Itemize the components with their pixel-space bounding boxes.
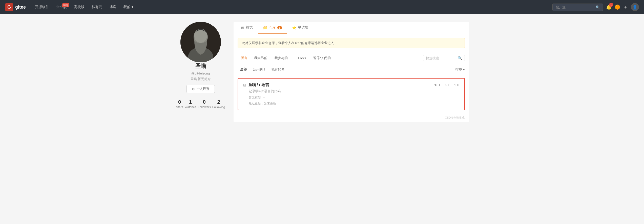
sort-button[interactable]: 排序 ▾ — [455, 67, 465, 72]
search-input[interactable] — [556, 5, 594, 9]
user-avatar-btn[interactable]: 👤 — [631, 3, 639, 11]
repo-star-count: ☆ 0 — [444, 83, 450, 87]
settings-button[interactable]: ⚙ 个人设置 — [186, 85, 215, 93]
eye-icon: 👁 — [434, 83, 438, 87]
repo-list: ⊟ 圣喵 / C语言 👁 1 ☆ 0 ⑂ 0 — [234, 78, 469, 110]
filter-search-icon: 🔍 — [458, 56, 462, 60]
filter-forks[interactable]: Forks — [295, 55, 309, 62]
logo[interactable]: G gitee — [5, 3, 26, 11]
type-row: 全部 公开的 1 私有的 0 排序 ▾ — [234, 64, 469, 75]
filter-mine[interactable]: 我自己的 — [251, 54, 271, 62]
navbar: G gitee 开源软件 企业版 特惠 高校版 私有云 博客 我的 ▾ 🔍 🔔 … — [0, 0, 644, 14]
search-box[interactable]: 🔍 — [552, 4, 603, 11]
notification-btn[interactable]: 🔔 1 — [606, 4, 612, 10]
overview-icon: ⊞ — [241, 26, 244, 30]
stat-followers[interactable]: 0 Followers — [198, 99, 211, 109]
avatar-image — [180, 22, 221, 62]
notif-badge: 1 — [609, 3, 613, 7]
star-icon: ⭐ — [292, 26, 296, 30]
repo-stats: 👁 1 ☆ 0 ⑂ 0 — [434, 83, 459, 87]
stat-watches[interactable]: 1 Watches — [184, 99, 196, 109]
main-content: 圣喵 @bit-feizong 圣喵 暂无简介 ⚙ 个人设置 0 Stars 1… — [170, 14, 474, 130]
repos-badge: 1 — [277, 26, 282, 29]
user-handle: @bit-feizong — [191, 71, 210, 75]
fork-icon: ⑂ — [454, 83, 456, 87]
filter-row: 所有 我自己的 我参与的 Forks 暂停/关闭的 🔍 — [234, 52, 469, 64]
nav-open-source[interactable]: 开源软件 — [32, 3, 52, 11]
sidebar: 圣喵 @bit-feizong 圣喵 暂无简介 ⚙ 个人设置 0 Stars 1… — [175, 22, 226, 122]
repo-watch-count: 👁 1 — [434, 83, 440, 87]
enterprise-badge: 特惠 — [62, 3, 69, 7]
user-name: 圣喵 — [195, 62, 206, 70]
stat-following[interactable]: 2 Following — [212, 99, 225, 109]
filter-divider — [293, 56, 293, 60]
profile-avatar — [180, 22, 221, 62]
main-nav: 开源软件 企业版 特惠 高校版 私有云 博客 我的 ▾ — [32, 3, 546, 11]
add-tag-btn[interactable]: ＋ — [262, 96, 265, 100]
table-row: ⊟ 圣喵 / C语言 👁 1 ☆ 0 ⑂ 0 — [238, 78, 465, 110]
tabs-header: ⊞ 概览 📁 仓库 1 ⭐ 星选集 — [234, 22, 469, 34]
content-area: ⊞ 概览 📁 仓库 1 ⭐ 星选集 此处仅展示非企业仓库，查看个人在企业的仓库请… — [234, 22, 469, 122]
repo-folder-icon: ⊟ — [243, 83, 246, 87]
gear-icon: ⚙ — [192, 87, 195, 91]
filter-participated[interactable]: 我参与的 — [272, 54, 291, 62]
footer-watermark: CSDN 全选集成 — [234, 113, 469, 122]
type-all[interactable]: 全部 — [238, 66, 249, 73]
notice-bar: 此处仅展示非企业仓库，查看个人在企业的仓库请选择企业进入 — [238, 38, 465, 48]
repos-icon: 📁 — [263, 26, 267, 30]
brand-text: gitee — [15, 5, 26, 10]
add-btn[interactable]: ＋ — [623, 4, 628, 10]
filter-all[interactable]: 所有 — [238, 54, 250, 62]
nav-private-cloud[interactable]: 私有云 — [89, 3, 105, 11]
navbar-right: 🔍 🔔 1 🟠 ＋ 👤 — [552, 3, 639, 11]
repo-name[interactable]: 圣喵 / C语言 — [248, 83, 269, 87]
nav-enterprise[interactable]: 企业版 特惠 — [53, 3, 70, 11]
tab-overview[interactable]: ⊞ 概览 — [236, 22, 258, 34]
nav-blog[interactable]: 博客 — [106, 3, 119, 11]
filter-search-box[interactable]: 🔍 — [423, 55, 465, 61]
star-icon: ☆ — [444, 83, 447, 87]
stat-stars[interactable]: 0 Stars — [176, 99, 183, 109]
repo-description: 记录学习C语言的代码 — [243, 89, 459, 94]
type-private[interactable]: 私有的 0 — [269, 66, 286, 73]
svg-point-3 — [194, 29, 207, 43]
chevron-down-icon: ▾ — [463, 68, 465, 71]
gitee-logo-icon: G — [5, 3, 13, 11]
tab-starred[interactable]: ⭐ 星选集 — [287, 22, 314, 34]
filter-search-input[interactable] — [426, 56, 456, 60]
filter-paused[interactable]: 暂停/关闭的 — [310, 54, 334, 62]
nav-mine[interactable]: 我的 ▾ — [120, 3, 136, 11]
stats-row: 0 Stars 1 Watches 0 Followers 2 Followin… — [175, 99, 226, 109]
tab-repos[interactable]: 📁 仓库 1 — [258, 22, 287, 34]
repo-last-updated: 最近更新：暂未更新 — [243, 101, 459, 106]
repo-fork-count: ⑂ 0 — [454, 83, 459, 87]
repo-title-row: ⊟ 圣喵 / C语言 👁 1 ☆ 0 ⑂ 0 — [243, 83, 459, 87]
user-bio: 圣喵 暂无简介 — [190, 77, 211, 81]
repo-tags: 暂无标签 ＋ — [243, 96, 459, 100]
points-btn[interactable]: 🟠 — [615, 4, 620, 10]
nav-university[interactable]: 高校版 — [71, 3, 88, 11]
type-public[interactable]: 公开的 1 — [250, 66, 268, 73]
search-icon: 🔍 — [596, 5, 600, 9]
